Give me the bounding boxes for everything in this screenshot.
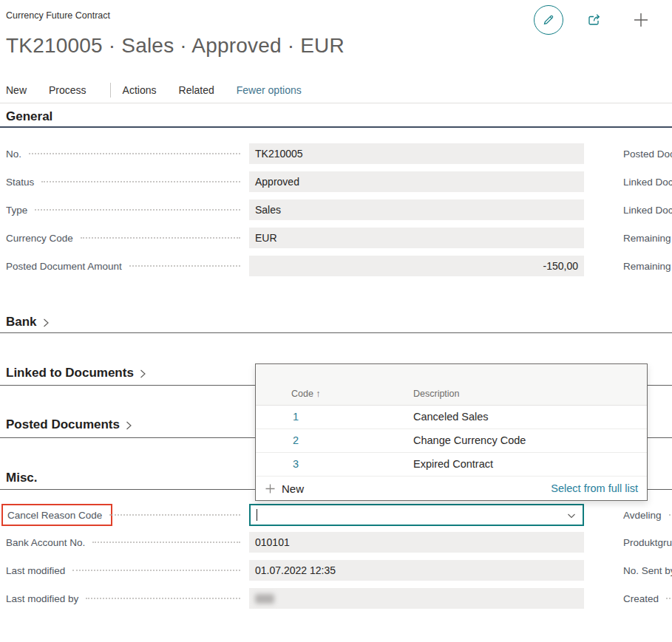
dotted-leader [109, 514, 240, 516]
cancel-reason-dropdown: Code ↑ Description 1 Canceled Sales 2 Ch… [255, 363, 648, 501]
field-row-bank-account-no: Bank Account No. 010101 [6, 532, 590, 553]
field-value-last-modified[interactable]: 01.07.2022 12:35 [249, 560, 584, 581]
field-label-bank-account-no: Bank Account No. [6, 537, 85, 548]
dropdown-row-1-description: Canceled Sales [413, 411, 489, 423]
pencil-icon [541, 13, 556, 27]
toolbar-rule [0, 103, 672, 103]
field-label-remaining-2: Remaining [623, 256, 672, 276]
field-label-posted-document-amount: Posted Document Amount [6, 261, 122, 272]
dropdown-row-3[interactable]: 3 Expired Contract [256, 453, 647, 477]
section-rule-general [0, 126, 672, 128]
toolbar-item-process[interactable]: Process [49, 84, 86, 96]
field-value-currency-code[interactable]: EUR [249, 228, 584, 248]
field-label-linked-doc-1: Linked Doc [623, 171, 672, 192]
field-row-status: Status Approved [6, 171, 590, 192]
field-label-no-sent-by: No. Sent by [623, 560, 672, 581]
dropdown-row-1[interactable]: 1 Canceled Sales [256, 406, 647, 429]
dropdown-row-3-description: Expired Contract [413, 458, 493, 470]
dotted-leader [29, 153, 240, 154]
select-from-full-list-link[interactable]: Select from full list [551, 482, 638, 494]
currency-future-contract-page: Currency Future Contract TK210005 · Sale… [0, 0, 672, 642]
dropdown-header: Code ↑ Description [256, 364, 647, 406]
new-document-button[interactable] [631, 10, 651, 30]
field-label-linked-doc-2: Linked Doc [623, 199, 672, 220]
toolbar-item-new[interactable]: New [6, 84, 27, 96]
page-caption: Currency Future Contract [6, 10, 110, 21]
field-label-status: Status [6, 177, 34, 188]
field-label-no: No. [6, 148, 21, 160]
field-row-no: No. TK210005 [6, 143, 590, 164]
field-value-bank-account-no[interactable]: 010101 [249, 532, 584, 553]
field-row-posted-document-amount: Posted Document Amount -150,00 [6, 256, 590, 276]
field-label-cancel-reason-code: Cancel Reason Code [7, 510, 102, 521]
field-value-posted-document-amount[interactable]: -150,00 [249, 256, 584, 276]
dropdown-footer: New Select from full list [256, 477, 647, 500]
field-label-produktgruppe: Produktgru [623, 532, 672, 553]
section-rule-bank [0, 332, 672, 333]
field-row-last-modified: Last modified 01.07.2022 12:35 [6, 560, 590, 581]
share-button[interactable] [586, 11, 603, 29]
page-title: TK210005 · Sales · Approved · EUR [6, 34, 345, 58]
plus-icon [265, 483, 276, 494]
chevron-down-icon[interactable] [566, 510, 577, 521]
field-row-cancel-reason-code: Cancel Reason Code [6, 505, 590, 525]
plus-icon [632, 11, 650, 29]
field-value-type[interactable]: Sales [249, 199, 584, 220]
field-label-remaining-1: Remaining [623, 228, 672, 248]
dropdown-new-button[interactable]: New [265, 482, 304, 495]
dropdown-row-3-code: 3 [293, 458, 299, 470]
fewer-options-link[interactable]: Fewer options [237, 84, 302, 96]
dotted-leader [72, 570, 240, 571]
action-toolbar: New Process Actions Related Fewer option… [6, 81, 672, 99]
dotted-leader [129, 265, 240, 267]
toolbar-item-related[interactable]: Related [179, 84, 214, 96]
dotted-leader [92, 542, 240, 543]
dotted-leader [41, 181, 240, 182]
field-label-type: Type [6, 205, 27, 216]
chevron-right-icon [124, 420, 133, 431]
edit-button[interactable] [534, 5, 563, 35]
field-label-created: Created [623, 588, 672, 609]
toolbar-divider [110, 83, 111, 98]
section-title-linked-documents-label: Linked to Documents [6, 366, 134, 380]
dotted-leader [81, 237, 240, 239]
field-row-last-modified-by: Last modified by [6, 588, 590, 609]
field-label-avdeling: Avdeling [623, 505, 672, 525]
field-label-currency-code: Currency Code [6, 233, 73, 244]
dropdown-row-2-description: Change Currency Code [413, 434, 526, 446]
dropdown-new-label: New [282, 482, 304, 495]
section-title-misc-label: Misc. [6, 471, 38, 485]
section-title-posted-documents-label: Posted Documents [6, 417, 120, 432]
chevron-right-icon [41, 318, 50, 328]
share-icon [586, 12, 603, 28]
field-row-currency-code: Currency Code EUR [6, 228, 590, 248]
section-title-linked-documents[interactable]: Linked to Documents [6, 366, 147, 380]
dropdown-column-code[interactable]: Code ↑ [291, 389, 321, 399]
section-title-posted-documents[interactable]: Posted Documents [6, 417, 133, 432]
dropdown-column-description[interactable]: Description [413, 389, 460, 399]
field-label-last-modified: Last modified [6, 565, 65, 576]
field-row-type: Type Sales [6, 199, 590, 220]
field-value-last-modified-by[interactable] [249, 588, 584, 609]
redacted-username [255, 594, 274, 604]
dropdown-row-2-code: 2 [293, 434, 299, 446]
dotted-leader [35, 209, 240, 211]
field-label-last-modified-by: Last modified by [6, 593, 78, 604]
field-label-posted-doc: Posted Doc [623, 143, 672, 164]
dropdown-row-1-code: 1 [293, 411, 299, 423]
section-title-misc: Misc. [6, 471, 38, 485]
toolbar-item-actions[interactable]: Actions [123, 84, 157, 96]
section-title-general-label: General [6, 109, 52, 124]
section-title-bank-label: Bank [6, 315, 37, 329]
dotted-leader [86, 598, 240, 599]
section-title-bank[interactable]: Bank [6, 315, 50, 329]
section-title-general: General [6, 109, 52, 124]
field-value-no[interactable]: TK210005 [249, 143, 584, 164]
cancel-reason-code-combobox[interactable] [249, 504, 584, 526]
chevron-right-icon [138, 369, 147, 379]
text-caret [257, 509, 257, 521]
dropdown-row-2[interactable]: 2 Change Currency Code [256, 429, 647, 453]
field-value-status[interactable]: Approved [249, 171, 584, 192]
